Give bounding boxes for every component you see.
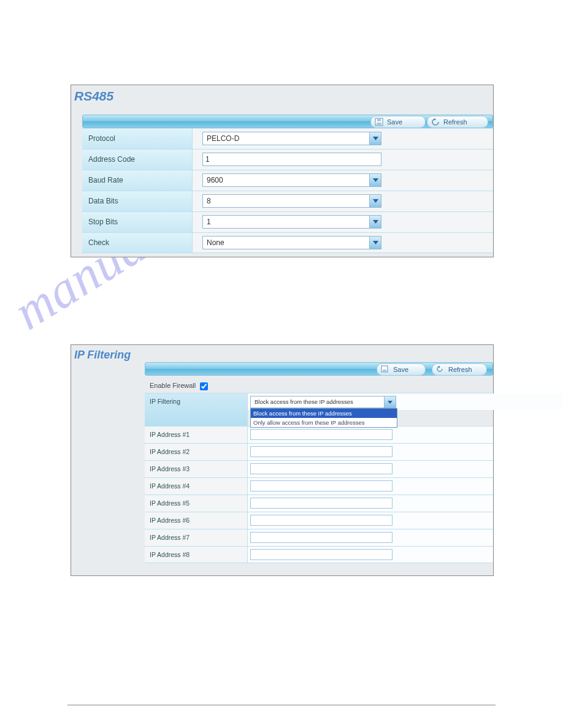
ip-address-input-6[interactable] [250,515,393,526]
ip-address-input-5[interactable] [250,498,393,509]
save-button[interactable]: Save [377,363,426,376]
ip-address-label: IP Address #2 [145,444,248,460]
enable-firewall-checkbox[interactable] [200,382,208,390]
ip-address-label: IP Address #3 [145,461,248,477]
ip-filtering-row: IP Filtering Block access from these IP … [145,393,493,426]
data-bits-select[interactable]: 8 [202,194,381,208]
address-code-input[interactable] [202,153,381,166]
dropdown-option[interactable]: Only allow access from these IP addresse… [251,418,397,427]
save-icon [381,365,388,373]
save-icon [375,118,383,126]
rs485-row-protocol: Protocol PELCO-D [82,128,493,149]
data-bits-label: Data Bits [82,191,193,211]
ip-filtering-panel: IP Filtering Save Refresh Enable Firewal… [71,344,494,576]
svg-rect-2 [377,119,381,121]
data-bits-select-value: 8 [202,194,381,208]
chevron-down-icon [384,396,396,408]
ip-filtering-title: IP Filtering [74,349,131,362]
chevron-down-icon [369,132,381,145]
ip-filtering-select-value: Block access from these IP addresses [250,396,396,408]
ip-address-label: IP Address #8 [145,547,248,563]
ip-address-input-4[interactable] [250,480,393,491]
rs485-row-check: Check None [82,232,493,253]
rs485-row-baud: Baud Rate 9600 [82,170,493,191]
rs485-row-data-bits: Data Bits 8 [82,191,493,211]
save-button[interactable]: Save [370,116,426,128]
ip-filtering-dropdown-list: Block access from these IP addresses Onl… [250,408,397,428]
stop-bits-label: Stop Bits [82,212,193,232]
save-button-label: Save [387,118,402,126]
ip-address-input-8[interactable] [250,549,393,560]
rs485-row-stop-bits: Stop Bits 1 [82,211,493,232]
ip-address-row: IP Address #6 [145,512,493,529]
baud-rate-select-value: 9600 [202,173,381,187]
refresh-icon [436,365,443,373]
baud-rate-select[interactable]: 9600 [202,173,381,187]
protocol-select-value: PELCO-D [202,132,381,145]
ip-address-row: IP Address #7 [145,529,493,546]
chevron-down-icon [369,237,381,249]
ip-address-label: IP Address #4 [145,478,248,495]
protocol-label: Protocol [82,129,193,149]
ip-filtering-label: IP Filtering [145,393,248,426]
stop-bits-select-value: 1 [202,215,381,229]
enable-firewall-label: Enable Firewall [150,382,196,389]
refresh-button[interactable]: Refresh [427,116,488,128]
refresh-button[interactable]: Refresh [432,363,487,376]
ip-address-row: IP Address #3 [145,460,493,477]
ip-address-row: IP Address #2 [145,443,493,460]
ip-address-row: IP Address #8 [145,546,493,563]
refresh-icon [431,118,440,126]
ip-address-label: IP Address #5 [145,495,248,512]
chevron-down-icon [369,195,381,207]
ip-address-row: IP Address #4 [145,477,493,495]
check-select-value: None [202,236,381,249]
rs485-panel: RS485 Save Refresh Protocol PELCO-D [71,85,494,257]
ip-address-label: IP Address #7 [145,529,248,546]
rs485-row-address: Address Code [82,149,493,170]
baud-rate-label: Baud Rate [82,170,193,191]
chevron-down-icon [369,174,381,186]
save-button-label: Save [393,366,408,373]
svg-rect-1 [377,123,381,125]
dropdown-option[interactable]: Block access from these IP addresses [251,409,397,418]
ip-address-input-2[interactable] [250,446,393,457]
footer-rule [67,705,496,705]
refresh-button-label: Refresh [448,366,472,373]
ipf-toolbar: Save Refresh [145,362,493,376]
stop-bits-select[interactable]: 1 [202,215,381,229]
check-label: Check [82,233,193,252]
rs485-title: RS485 [74,89,113,104]
svg-rect-4 [383,370,386,371]
address-code-label: Address Code [82,150,193,170]
ip-filtering-select[interactable]: Block access from these IP addresses [250,396,396,408]
ip-address-input-7[interactable] [250,532,393,543]
ip-address-row: IP Address #1 [145,426,493,443]
protocol-select[interactable]: PELCO-D [202,132,381,145]
refresh-button-label: Refresh [443,118,467,126]
ip-address-row: IP Address #5 [145,495,493,512]
chevron-down-icon [369,216,381,228]
ip-address-label: IP Address #1 [145,427,248,443]
ip-address-input-3[interactable] [250,463,393,474]
ip-address-input-1[interactable] [250,429,393,440]
rs485-toolbar: Save Refresh [82,115,493,128]
ip-address-label: IP Address #6 [145,512,248,529]
check-select[interactable]: None [202,236,381,249]
enable-firewall-row: Enable Firewall [150,381,210,392]
